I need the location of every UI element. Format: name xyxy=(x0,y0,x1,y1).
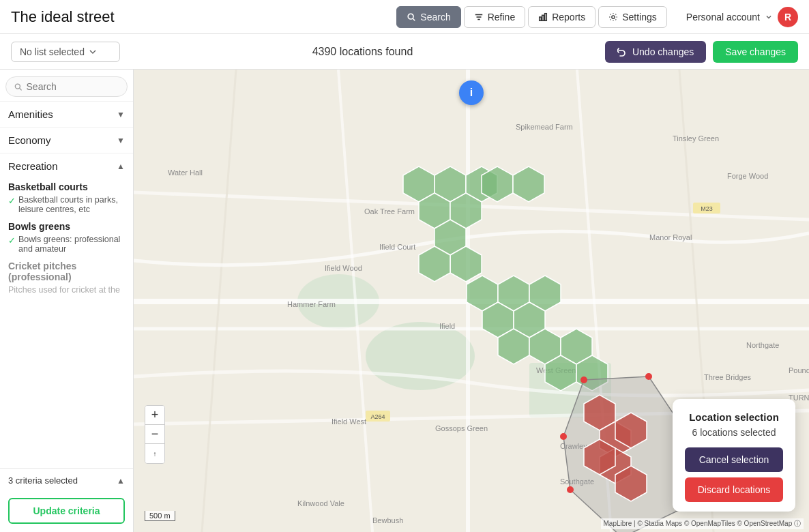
chevron-down-icon: ▼ xyxy=(117,110,125,119)
svg-rect-7 xyxy=(545,13,547,20)
criteria-bar[interactable]: 3 criteria selected ▲ xyxy=(0,468,133,492)
svg-text:Manor Royal: Manor Royal xyxy=(649,233,692,241)
main: Amenities ▼ Economy ▼ Recreation ▲ Baske… xyxy=(0,70,809,532)
svg-text:Kilnwood Vale: Kilnwood Vale xyxy=(297,499,344,507)
svg-point-80 xyxy=(645,373,652,380)
chart-icon xyxy=(538,12,548,22)
list-item: Bowls greens ✓ Bowls greens: professiona… xyxy=(0,218,133,258)
svg-line-1 xyxy=(413,18,415,20)
svg-point-84 xyxy=(560,433,567,440)
nav-search-button[interactable]: Search xyxy=(396,6,460,28)
sidebar-search[interactable] xyxy=(5,76,128,97)
save-changes-button[interactable]: Save changes xyxy=(713,41,798,63)
user-label: Personal account xyxy=(686,12,760,23)
list-item: Cricket pitches (professional) Pitches u… xyxy=(0,258,133,300)
map-zoom-controls: + − ↑ xyxy=(145,405,165,464)
gear-icon xyxy=(608,12,618,22)
svg-point-85 xyxy=(567,486,574,493)
svg-text:Gossops Green: Gossops Green xyxy=(435,424,488,432)
map-info-button[interactable]: i xyxy=(459,80,484,105)
chevron-up-icon: ▲ xyxy=(117,476,125,486)
svg-text:Forge Wood: Forge Wood xyxy=(727,172,768,180)
svg-line-10 xyxy=(20,88,22,90)
check-icon: ✓ xyxy=(8,196,16,206)
list-selector[interactable]: No list selected xyxy=(11,42,120,62)
sidebar-item-recreation[interactable]: Recreation ▲ xyxy=(0,153,133,179)
chevron-down-icon xyxy=(89,48,97,56)
map-scale: 500 m xyxy=(145,511,175,521)
locations-found: 4390 locations found xyxy=(120,46,605,58)
nav-settings-button[interactable]: Settings xyxy=(598,6,667,28)
list-selector-label: No list selected xyxy=(20,46,85,57)
location-panel-title: Location selection xyxy=(685,411,783,423)
search-icon xyxy=(407,12,416,22)
svg-point-79 xyxy=(580,376,587,383)
svg-text:Oak Tree Farm: Oak Tree Farm xyxy=(364,207,415,216)
svg-text:Spikemead Farm: Spikemead Farm xyxy=(516,123,573,131)
locations-selected-count: 6 locations selected xyxy=(685,427,783,438)
svg-text:Three Bridges: Three Bridges xyxy=(704,373,752,381)
svg-text:Ifield West: Ifield West xyxy=(332,417,366,426)
svg-text:Ifield: Ifield xyxy=(439,322,455,330)
svg-point-0 xyxy=(409,14,414,19)
header: The ideal street Search Refine Reports S… xyxy=(0,0,809,34)
chevron-up-icon: ▲ xyxy=(117,162,125,171)
svg-point-9 xyxy=(15,84,20,89)
search-icon xyxy=(14,83,23,91)
header-nav: Search Refine Reports Settings xyxy=(396,6,666,28)
avatar[interactable]: R xyxy=(778,7,798,27)
list-item: Basketball courts ✓ Basketball courts in… xyxy=(0,179,133,218)
zoom-out-button[interactable]: − xyxy=(145,425,164,444)
svg-text:Tinsley Green: Tinsley Green xyxy=(673,134,719,143)
sidebar: Amenities ▼ Economy ▼ Recreation ▲ Baske… xyxy=(0,70,134,532)
svg-text:Bewbush: Bewbush xyxy=(372,516,403,524)
filter-icon xyxy=(474,12,484,22)
user-area[interactable]: Personal account R xyxy=(686,7,798,27)
svg-point-8 xyxy=(612,15,615,18)
svg-text:Hammer Farm: Hammer Farm xyxy=(287,300,336,308)
svg-text:Northgate: Northgate xyxy=(746,341,779,349)
undo-changes-button[interactable]: Undo changes xyxy=(605,41,706,63)
map-attribution: MapLibre | © Stadia Maps © OpenMapTiles … xyxy=(601,518,804,529)
check-icon: ✓ xyxy=(8,235,16,246)
cancel-selection-button[interactable]: Cancel selection xyxy=(685,447,783,472)
svg-text:Ifield Wood: Ifield Wood xyxy=(325,264,362,272)
nav-refine-button[interactable]: Refine xyxy=(464,6,525,28)
undo-icon xyxy=(617,47,627,57)
svg-text:Water Hall: Water Hall xyxy=(168,168,203,177)
logo: The ideal street xyxy=(11,8,115,26)
svg-text:A264: A264 xyxy=(370,413,385,420)
svg-text:Pound Hill: Pound Hill xyxy=(789,366,809,374)
svg-rect-5 xyxy=(540,17,542,20)
update-criteria-button[interactable]: Update criteria xyxy=(8,498,125,524)
location-selection-panel: Location selection 6 locations selected … xyxy=(673,399,795,512)
compass-button[interactable]: ↑ xyxy=(145,444,164,463)
map-background: M23 A264 Spikemead Farm Water Hall Tinsl… xyxy=(134,70,809,532)
toolbar-actions: Undo changes Save changes xyxy=(605,41,798,63)
search-input[interactable] xyxy=(27,81,119,92)
svg-rect-6 xyxy=(542,15,544,20)
nav-reports-button[interactable]: Reports xyxy=(528,6,595,28)
toolbar: No list selected 4390 locations found Un… xyxy=(0,34,809,70)
sidebar-item-amenities[interactable]: Amenities ▼ xyxy=(0,101,133,127)
svg-text:M23: M23 xyxy=(701,205,713,212)
svg-text:Ifield Court: Ifield Court xyxy=(379,243,415,251)
map-container[interactable]: M23 A264 Spikemead Farm Water Hall Tinsl… xyxy=(134,70,809,532)
discard-locations-button[interactable]: Discard locations xyxy=(685,477,783,502)
chevron-down-icon xyxy=(765,14,772,20)
zoom-in-button[interactable]: + xyxy=(145,406,164,425)
sidebar-item-economy[interactable]: Economy ▼ xyxy=(0,127,133,153)
chevron-down-icon: ▼ xyxy=(117,136,125,145)
